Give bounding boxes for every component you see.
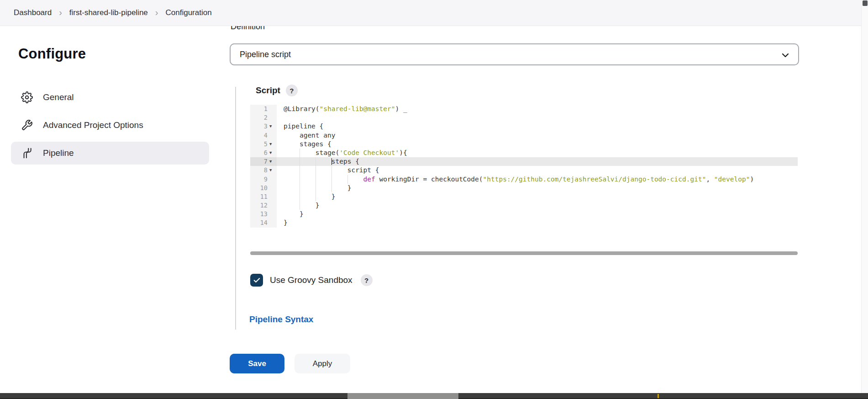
breadcrumb-bar: Dashboard›first-shared-lib-pipeline›Conf… — [0, 0, 861, 26]
breadcrumb-separator: › — [155, 8, 158, 17]
line-number-gutter: 13 — [250, 210, 277, 218]
code-line[interactable]: 5▼ stages { — [250, 140, 798, 149]
code-line[interactable]: 10 } — [250, 184, 798, 192]
code-text: def workingDir = checkoutCode("https://g… — [277, 175, 798, 184]
line-number: 4 — [250, 131, 268, 140]
code-text: agent any — [277, 131, 798, 140]
code-text: } — [277, 201, 798, 210]
line-number: 10 — [250, 184, 268, 192]
code-text: @Library("shared-lib@master") _ — [277, 105, 798, 113]
line-number-gutter: 9 — [250, 175, 277, 184]
line-number: 3 — [250, 122, 268, 131]
code-line[interactable]: 6▼ stage('Code Checkout'){ — [250, 149, 798, 157]
groovy-sandbox-label[interactable]: Use Groovy Sandbox — [270, 275, 352, 285]
line-number: 9 — [250, 175, 268, 184]
code-line[interactable]: 1@Library("shared-lib@master") _ — [250, 105, 798, 113]
sidebar-item-pipeline[interactable]: Pipeline — [11, 142, 209, 165]
fold-arrow-icon[interactable]: ▼ — [268, 157, 276, 166]
sidebar-item-general[interactable]: General — [11, 86, 209, 109]
breadcrumb: Dashboard›first-shared-lib-pipeline›Conf… — [14, 8, 212, 17]
action-bar: Save Apply — [230, 354, 350, 373]
code-line[interactable]: 9 def workingDir = checkoutCode("https:/… — [250, 175, 798, 184]
sidebar-nav: GeneralAdvanced Project OptionsPipeline — [11, 86, 209, 170]
line-number-gutter: 6▼ — [250, 149, 277, 157]
code-line[interactable]: 13 } — [250, 210, 798, 218]
code-lines: 1@Library("shared-lib@master") _23▼pipel… — [250, 105, 798, 228]
line-number-gutter: 3▼ — [250, 122, 277, 131]
line-number-gutter: 4 — [250, 131, 277, 140]
code-text: pipeline { — [277, 122, 798, 131]
line-number: 2 — [250, 113, 268, 122]
code-line[interactable]: 12 } — [250, 201, 798, 210]
definition-select-value: Pipeline script — [240, 50, 291, 59]
line-number-gutter: 10 — [250, 184, 277, 192]
breadcrumb-item[interactable]: Configuration — [165, 8, 211, 17]
script-header: Script ? — [256, 85, 298, 96]
code-line[interactable]: 8▼ script { — [250, 166, 798, 175]
bottom-scrollbar[interactable] — [0, 393, 868, 399]
pipeline-icon — [21, 147, 33, 159]
code-line[interactable]: 3▼pipeline { — [250, 122, 798, 131]
groovy-sandbox-row: Use Groovy Sandbox ? — [250, 274, 373, 287]
code-text: } — [277, 184, 798, 192]
chevron-down-icon — [780, 50, 791, 61]
line-number-gutter: 14 — [250, 218, 277, 227]
main-content: Definition Pipeline script Script ? 1@Li… — [230, 0, 799, 399]
page-vertical-scrollbar[interactable] — [861, 0, 868, 399]
gear-icon — [21, 91, 33, 103]
line-number: 8 — [250, 166, 268, 175]
page-title: Configure — [18, 46, 86, 62]
code-text: script { — [277, 166, 798, 175]
editor-horizontal-scrollbar[interactable] — [250, 251, 798, 255]
sidebar-item-label: General — [43, 92, 74, 102]
line-number: 1 — [250, 105, 268, 113]
definition-select[interactable]: Pipeline script — [230, 43, 799, 65]
line-number: 7 — [250, 157, 268, 166]
section-indent-rule — [235, 87, 236, 330]
line-number-gutter: 8▼ — [250, 166, 277, 175]
page-scrollbar-thumb[interactable] — [863, 0, 868, 6]
line-number: 5 — [250, 140, 268, 149]
groovy-sandbox-checkbox[interactable] — [250, 274, 263, 287]
jenkins-configure-page: Dashboard›first-shared-lib-pipeline›Conf… — [0, 0, 868, 399]
line-number: 11 — [250, 192, 268, 201]
sidebar-item-label: Advanced Project Options — [43, 120, 143, 130]
fold-arrow-icon[interactable]: ▼ — [268, 140, 276, 149]
fold-arrow-icon[interactable]: ▼ — [268, 166, 276, 175]
script-editor[interactable]: 1@Library("shared-lib@master") _23▼pipel… — [250, 102, 798, 256]
code-text: stages { — [277, 140, 798, 149]
code-line[interactable]: 4 agent any — [250, 131, 798, 140]
code-text — [277, 113, 798, 122]
breadcrumb-item[interactable]: first-shared-lib-pipeline — [69, 8, 148, 17]
code-line[interactable]: 7▼ steps { — [250, 157, 798, 166]
line-number: 6 — [250, 149, 268, 157]
code-line[interactable]: 14} — [250, 218, 798, 227]
pipeline-syntax-link[interactable]: Pipeline Syntax — [249, 314, 313, 325]
breadcrumb-item[interactable]: Dashboard — [14, 8, 52, 17]
fold-arrow-icon[interactable]: ▼ — [268, 149, 276, 157]
line-number: 14 — [250, 218, 268, 227]
save-button[interactable]: Save — [230, 354, 284, 373]
apply-button[interactable]: Apply — [295, 354, 350, 373]
code-text: stage('Code Checkout'){ — [277, 149, 798, 157]
code-text: } — [277, 210, 798, 218]
script-help-button[interactable]: ? — [286, 85, 298, 96]
line-number: 13 — [250, 210, 268, 218]
breadcrumb-separator: › — [59, 8, 62, 17]
code-line[interactable]: 11 } — [250, 192, 798, 201]
code-line[interactable]: 2 — [250, 113, 798, 122]
bottom-scrollbar-thumb[interactable] — [347, 393, 458, 399]
sidebar-item-label: Pipeline — [43, 148, 74, 158]
code-text: } — [277, 192, 798, 201]
line-number-gutter: 2 — [250, 113, 277, 122]
code-text: } — [277, 218, 798, 227]
sandbox-help-button[interactable]: ? — [361, 274, 373, 286]
text-cursor — [331, 158, 332, 165]
sidebar-item-advanced-project-options[interactable]: Advanced Project Options — [11, 114, 209, 137]
line-number-gutter: 7▼ — [250, 157, 277, 166]
line-number-gutter: 5▼ — [250, 140, 277, 149]
wrench-icon — [21, 119, 33, 131]
fold-arrow-icon[interactable]: ▼ — [268, 122, 276, 131]
bottom-bar-accent-mark — [658, 394, 659, 398]
line-number-gutter: 12 — [250, 201, 277, 210]
